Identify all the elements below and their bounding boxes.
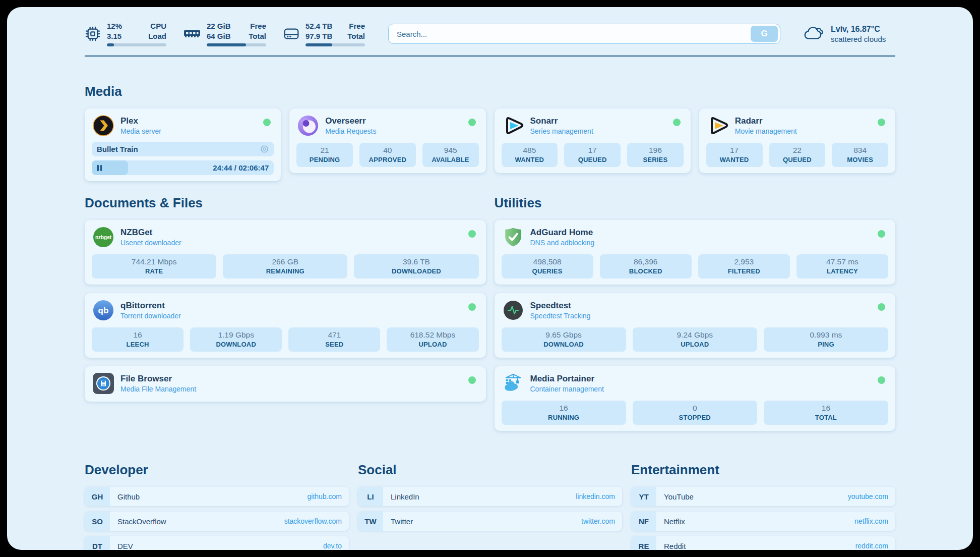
bookmark-stackoverflow[interactable]: SO StackOverflow stackoverflow.com bbox=[85, 512, 349, 531]
bookmark-url: reddit.com bbox=[855, 542, 888, 550]
weather-location-temp: Lviv, 16.87°C bbox=[831, 25, 886, 34]
cpu-load-avg: 3.15 bbox=[107, 31, 122, 41]
service-subtitle: Speedtest Tracking bbox=[530, 312, 591, 320]
status-dot bbox=[468, 376, 476, 384]
speedtest-icon bbox=[503, 300, 524, 321]
bookmark-github[interactable]: GH Github github.com bbox=[85, 487, 349, 506]
service-title: Sonarr bbox=[530, 116, 593, 126]
cpu-widget: 12%3.15 CPULoad bbox=[85, 21, 166, 46]
disk-label-1: Free bbox=[347, 21, 365, 31]
service-title: Overseerr bbox=[325, 116, 376, 126]
cloud-icon bbox=[802, 24, 825, 44]
cpu-progress-track bbox=[107, 43, 166, 46]
system-stats: 12%3.15 CPULoad 22 GiB64 GiB bbox=[85, 21, 365, 46]
section-heading-documents: Documents & Files bbox=[85, 195, 486, 211]
status-dot bbox=[468, 119, 476, 126]
stat-tile: 16LEECH bbox=[92, 327, 183, 352]
service-subtitle: Media Requests bbox=[325, 127, 376, 135]
pause-icon[interactable] bbox=[97, 165, 102, 171]
bookmark-linkedin[interactable]: LI LinkedIn linkedin.com bbox=[358, 487, 622, 506]
bookmark-url: github.com bbox=[308, 492, 342, 500]
bookmark-name: Twitter bbox=[391, 517, 413, 526]
cpu-label-1: CPU bbox=[148, 21, 166, 31]
stat-tile: 17QUEUED bbox=[564, 143, 621, 167]
ram-widget: 22 GiB64 GiB FreeTotal bbox=[183, 21, 266, 46]
bookmark-abbr: TW bbox=[358, 512, 383, 531]
bookmark-youtube[interactable]: YT YouTube youtube.com bbox=[631, 487, 895, 506]
playback-progress-row[interactable]: 24:44 / 02:06:47 bbox=[92, 160, 274, 175]
stat-tile: 22QUEUED bbox=[769, 143, 826, 167]
dashboard-panel: 12%3.15 CPULoad 22 GiB64 GiB bbox=[7, 7, 973, 550]
bookmark-abbr: LI bbox=[358, 487, 383, 506]
bookmark-abbr: GH bbox=[85, 487, 110, 506]
bookmark-twitter[interactable]: TW Twitter twitter.com bbox=[358, 512, 622, 531]
bookmark-abbr: SO bbox=[85, 512, 110, 531]
cpu-icon bbox=[85, 26, 101, 42]
service-card-adguard[interactable]: AdGuard Home DNS and adblocking 498,508Q… bbox=[495, 220, 896, 285]
bookmark-url: dev.to bbox=[323, 542, 342, 550]
service-card-filebrowser[interactable]: File Browser Media File Management bbox=[85, 366, 486, 402]
service-card-overseerr[interactable]: Overseerr Media Requests 21PENDING 40APP… bbox=[289, 108, 485, 173]
service-title: Plex bbox=[120, 116, 161, 126]
search-bar: G bbox=[388, 24, 780, 44]
plex-icon bbox=[93, 115, 114, 136]
service-subtitle: Movie management bbox=[735, 127, 797, 135]
radarr-icon bbox=[707, 115, 728, 136]
stat-tile: 498,508QUERIES bbox=[502, 254, 593, 278]
playback-time: 24:44 / 02:06:47 bbox=[213, 163, 269, 172]
stream-info-icon[interactable] bbox=[260, 145, 269, 153]
status-dot bbox=[673, 119, 681, 126]
section-heading-entertainment: Entertainment bbox=[631, 462, 895, 478]
service-subtitle: Container management bbox=[530, 385, 604, 393]
weather-condition: scattered clouds bbox=[831, 35, 886, 43]
overseerr-icon bbox=[297, 115, 319, 136]
stat-tile: 21PENDING bbox=[296, 143, 353, 167]
bookmark-reddit[interactable]: RE Reddit reddit.com bbox=[631, 536, 895, 550]
service-subtitle: Usenet downloader bbox=[120, 239, 181, 247]
stat-tile: 39.6 TBDOWNLOADED bbox=[354, 254, 478, 278]
bookmark-url: linkedin.com bbox=[576, 492, 615, 500]
search-input[interactable] bbox=[388, 24, 780, 44]
stat-tile: 485WANTED bbox=[502, 143, 558, 167]
service-card-speedtest[interactable]: Speedtest Speedtest Tracking 9.65 GbpsDO… bbox=[495, 293, 896, 358]
stat-tile: 47.57 msLATENCY bbox=[797, 254, 888, 278]
bookmark-netflix[interactable]: NF Netflix netflix.com bbox=[631, 512, 895, 531]
service-card-plex[interactable]: Plex Media server Bullet Train bbox=[85, 108, 281, 181]
service-subtitle: Media File Management bbox=[120, 385, 196, 393]
status-dot bbox=[468, 230, 476, 238]
service-card-nzbget[interactable]: nzbget NZBGet Usenet downloader 744.21 M… bbox=[85, 220, 486, 285]
ram-label-1: Free bbox=[249, 21, 266, 31]
bookmark-name: StackOverflow bbox=[117, 517, 166, 526]
stat-tile: 834MOVIES bbox=[832, 143, 888, 167]
bookmark-dev[interactable]: DT DEV dev.to bbox=[85, 536, 349, 550]
stat-tile: 0.993 msPING bbox=[764, 327, 888, 352]
ram-icon bbox=[183, 28, 201, 39]
service-title: AdGuard Home bbox=[530, 228, 595, 238]
disk-progress-fill bbox=[305, 43, 332, 46]
status-dot bbox=[878, 119, 885, 126]
disk-widget: 52.4 TB97.9 TB FreeTotal bbox=[283, 21, 365, 46]
service-title: Media Portainer bbox=[530, 374, 604, 384]
status-dot bbox=[468, 303, 476, 311]
service-card-radarr[interactable]: Radarr Movie management 17WANTED 22QUEUE… bbox=[699, 108, 895, 173]
search-engine-button[interactable]: G bbox=[751, 26, 778, 42]
bookmark-url: youtube.com bbox=[848, 492, 888, 500]
cpu-label-2: Load bbox=[148, 31, 166, 41]
nzbget-icon: nzbget bbox=[93, 227, 114, 248]
disk-progress-track bbox=[305, 43, 365, 46]
bookmark-name: YouTube bbox=[664, 492, 694, 501]
adguard-icon bbox=[503, 227, 524, 248]
service-card-sonarr[interactable]: Sonarr Series management 485WANTED 17QUE… bbox=[495, 108, 691, 173]
svg-text:nzbget: nzbget bbox=[95, 235, 112, 240]
disk-icon bbox=[283, 27, 299, 41]
weather-widget: Lviv, 16.87°C scattered clouds bbox=[802, 24, 895, 44]
bookmark-abbr: YT bbox=[631, 487, 656, 506]
service-card-portainer[interactable]: Media Portainer Container management 16R… bbox=[495, 366, 896, 431]
bookmark-abbr: NF bbox=[631, 512, 656, 531]
service-subtitle: Series management bbox=[530, 127, 593, 135]
stat-tile: 2,953FILTERED bbox=[698, 254, 790, 278]
service-card-qbittorrent[interactable]: qb qBittorrent Torrent downloader 16LEEC… bbox=[85, 293, 486, 358]
section-heading-social: Social bbox=[358, 462, 622, 478]
status-dot bbox=[878, 303, 885, 311]
portainer-icon bbox=[503, 373, 524, 394]
